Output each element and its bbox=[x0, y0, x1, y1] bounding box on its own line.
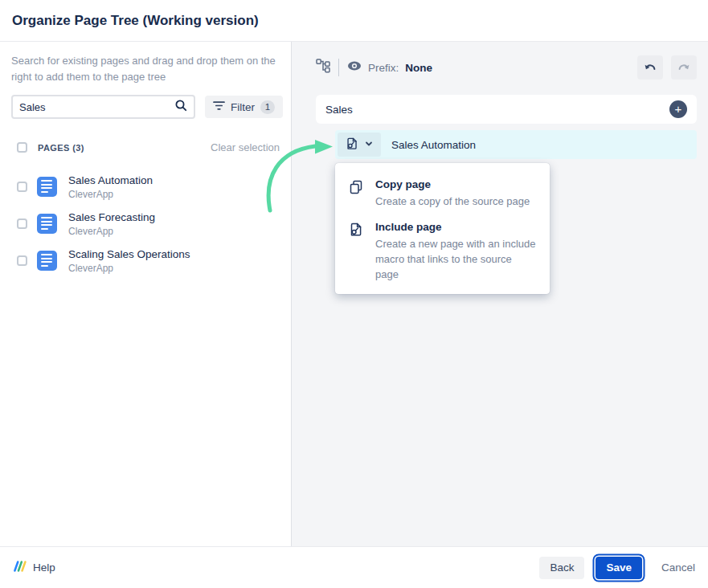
pages-count-label: PAGES (3) bbox=[38, 143, 84, 153]
prefix-label: Prefix: bbox=[368, 62, 399, 74]
page-title: Organize Page Tree (Working version) bbox=[12, 13, 259, 29]
organize-page-tree-dialog: Organize Page Tree (Working version) Sea… bbox=[0, 0, 708, 588]
back-button[interactable]: Back bbox=[539, 557, 584, 579]
menu-item-text: Include page Create a new page with an i… bbox=[375, 221, 537, 283]
document-icon bbox=[37, 214, 57, 234]
toolbar-divider bbox=[338, 59, 339, 76]
clear-selection-link[interactable]: Clear selection bbox=[211, 141, 280, 153]
include-page-icon bbox=[348, 221, 364, 283]
dialog-body: Search for existing pages and drag and d… bbox=[0, 42, 708, 546]
menu-item-description: Create a copy of the source page bbox=[375, 194, 530, 210]
filter-badge: 1 bbox=[260, 100, 275, 114]
search-input[interactable] bbox=[19, 101, 174, 113]
redo-icon bbox=[677, 61, 690, 75]
help-label: Help bbox=[33, 561, 55, 574]
menu-item-include-page[interactable]: Include page Create a new page with an i… bbox=[335, 212, 550, 285]
list-item[interactable]: Sales Automation CleverApp bbox=[11, 173, 280, 200]
chevron-down-icon bbox=[364, 139, 374, 151]
page-type-dropdown-button[interactable] bbox=[338, 133, 381, 157]
child-title: Sales Automation bbox=[391, 139, 476, 151]
page-space-text: CleverApp bbox=[68, 189, 153, 200]
search-box[interactable] bbox=[11, 95, 195, 119]
menu-item-title: Copy page bbox=[375, 178, 530, 190]
tree-root-row[interactable]: Sales + bbox=[316, 95, 697, 124]
menu-item-title: Include page bbox=[375, 221, 537, 233]
page-tree-icon bbox=[316, 59, 330, 76]
tree-toolbar: Prefix: None bbox=[316, 55, 697, 80]
help-logo-icon bbox=[13, 560, 27, 575]
prefix-value: None bbox=[405, 62, 432, 74]
page-meta: Sales Forecasting CleverApp bbox=[68, 210, 155, 237]
page-checkbox[interactable] bbox=[17, 255, 27, 266]
page-space-text: CleverApp bbox=[68, 226, 155, 237]
eye-icon bbox=[347, 59, 362, 76]
redo-button[interactable] bbox=[671, 55, 697, 80]
root-title: Sales bbox=[325, 104, 353, 116]
undo-button[interactable] bbox=[637, 55, 663, 80]
dialog-footer: Help Back Save Cancel bbox=[0, 546, 708, 588]
list-item[interactable]: Sales Forecasting CleverApp bbox=[11, 210, 280, 237]
page-title-text: Sales Forecasting bbox=[68, 211, 155, 223]
menu-item-text: Copy page Create a copy of the source pa… bbox=[375, 178, 530, 210]
search-panel: Search for existing pages and drag and d… bbox=[0, 42, 292, 546]
filter-button[interactable]: Filter 1 bbox=[205, 96, 283, 118]
page-search-results: Sales Automation CleverApp Sales Forecas… bbox=[11, 173, 280, 274]
menu-item-copy-page[interactable]: Copy page Create a copy of the source pa… bbox=[335, 169, 550, 212]
page-meta: Scaling Sales Operations CleverApp bbox=[68, 247, 190, 274]
list-item[interactable]: Scaling Sales Operations CleverApp bbox=[11, 247, 280, 274]
search-icon bbox=[174, 99, 187, 115]
page-checkbox[interactable] bbox=[17, 182, 27, 192]
cancel-button[interactable]: Cancel bbox=[661, 561, 695, 574]
add-page-button[interactable]: + bbox=[669, 100, 687, 118]
filter-icon bbox=[213, 100, 225, 113]
filter-label: Filter bbox=[231, 101, 255, 113]
page-type-dropdown-menu: Copy page Create a copy of the source pa… bbox=[335, 163, 550, 294]
undo-icon bbox=[644, 61, 657, 75]
page-space-text: CleverApp bbox=[68, 263, 190, 274]
document-icon bbox=[37, 177, 57, 197]
include-page-icon bbox=[345, 137, 359, 153]
tree-child-row[interactable]: Sales Automation bbox=[335, 130, 697, 159]
footer-actions: Back Save Cancel bbox=[539, 557, 695, 579]
select-all-checkbox[interactable] bbox=[17, 142, 27, 153]
copy-page-icon bbox=[348, 178, 364, 210]
menu-item-description: Create a new page with an include macro … bbox=[375, 237, 537, 283]
prefix-control[interactable]: Prefix: None bbox=[347, 59, 432, 76]
page-meta: Sales Automation CleverApp bbox=[68, 173, 153, 200]
page-title-text: Scaling Sales Operations bbox=[68, 248, 190, 260]
page-tree-panel: Prefix: None bbox=[292, 42, 708, 546]
document-icon bbox=[37, 251, 57, 271]
search-instructions: Search for existing pages and drag and d… bbox=[11, 53, 280, 84]
save-button[interactable]: Save bbox=[595, 557, 642, 579]
plus-icon: + bbox=[675, 103, 682, 115]
help-link[interactable]: Help bbox=[13, 560, 55, 575]
pages-header-row: PAGES (3) Clear selection bbox=[11, 141, 280, 153]
page-title-text: Sales Automation bbox=[68, 174, 153, 186]
page-checkbox[interactable] bbox=[17, 218, 27, 229]
search-row: Filter 1 bbox=[11, 95, 280, 119]
dialog-header: Organize Page Tree (Working version) bbox=[0, 0, 708, 42]
